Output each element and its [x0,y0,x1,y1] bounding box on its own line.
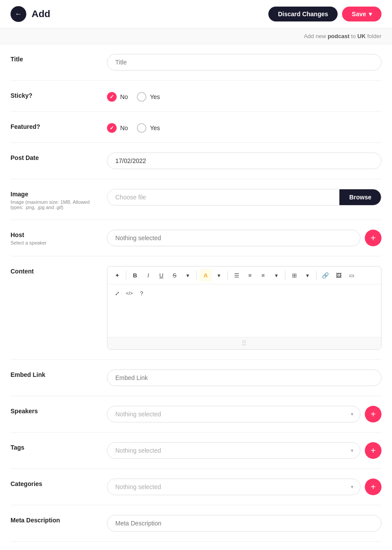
featured-label: Featured? [11,123,98,130]
speakers-label-col: Speakers [11,406,98,415]
title-label-col: Title [11,54,98,63]
save-arrow-icon: ▾ [369,11,372,18]
image-row: Image Image (maximum size: 1MB. Allowed … [11,179,381,220]
content-label-col: Content [11,266,98,275]
fullscreen-btn[interactable]: ⤢ [111,287,123,299]
strikethrough-btn[interactable]: S [168,269,181,281]
align-more-btn[interactable]: ▾ [270,269,282,281]
sticky-no-label: No [120,93,128,100]
speakers-select[interactable]: Nothing selected [107,406,360,422]
choose-file-text: Choose file [107,189,339,205]
sticky-control-col: No Yes [107,90,381,102]
categories-label-col: Categories [11,479,98,487]
toolbar-row-2: ⤢ </> ? [107,284,381,302]
header-right: Discard Changes Save ▾ [268,7,381,21]
categories-select-wrapper: Nothing selected ▾ [107,479,360,495]
speakers-control-col: Nothing selected ▾ + [107,406,381,422]
featured-no-radio[interactable]: No [107,123,128,133]
sticky-no-checked-icon [107,92,117,102]
sticky-label-col: Sticky? [11,90,98,99]
categories-select[interactable]: Nothing selected [107,479,360,495]
tags-label: Tags [11,444,98,451]
tags-select-with-add: Nothing selected ▾ + [107,442,381,459]
featured-yes-unchecked-icon [137,123,146,133]
host-input[interactable] [107,230,360,246]
embed-link-label-col: Embed Link [11,369,98,378]
image-btn[interactable]: 🖼 [332,269,345,281]
post-date-control-col [107,153,381,169]
sticky-radio-group: No Yes [107,90,381,102]
media-btn[interactable]: ▭ [346,269,358,281]
discard-changes-button[interactable]: Discard Changes [268,7,338,21]
tags-label-col: Tags [11,442,98,451]
speakers-label: Speakers [11,408,98,415]
image-label: Image [11,191,98,198]
sticky-no-radio[interactable]: No [107,92,128,102]
featured-yes-radio[interactable]: Yes [137,123,160,133]
header-left: ← Add [11,6,50,22]
title-row: Title [11,44,381,81]
file-input-wrapper: Choose file Browse [107,189,381,206]
post-date-row: Post Date [11,143,381,179]
tags-control-col: Nothing selected ▾ + [107,442,381,459]
toolbar-sep-1 [126,271,126,280]
ul-btn[interactable]: ☰ [231,269,243,281]
speakers-row: Speakers Nothing selected ▾ + [11,396,381,433]
magic-icon-btn[interactable]: ✦ [111,269,123,281]
subheader-suffix: folder [366,33,381,39]
embed-link-control-col [107,369,381,386]
tags-add-button[interactable]: + [365,442,381,459]
bold-btn[interactable]: B [129,269,141,281]
host-add-button[interactable]: + [365,230,381,246]
italic-btn[interactable]: I [142,269,154,281]
embed-link-label: Embed Link [11,371,98,378]
sticky-yes-unchecked-icon [137,92,146,102]
tags-select[interactable]: Nothing selected [107,442,360,459]
page-title: Add [32,8,50,20]
image-sublabel: Image (maximum size: 1MB. Allowed types:… [11,199,98,210]
form-body: Title Sticky? No Yes Featured [0,44,392,542]
image-label-col: Image Image (maximum size: 1MB. Allowed … [11,189,98,210]
save-button[interactable]: Save ▾ [342,7,381,21]
categories-row: Categories Nothing selected ▾ + [11,469,381,505]
featured-no-label: No [120,124,128,131]
featured-no-checked-icon [107,123,117,133]
sticky-label: Sticky? [11,92,98,99]
embed-link-input[interactable] [107,369,381,386]
title-input[interactable] [107,54,381,71]
ol-btn[interactable]: ≡ [244,269,256,281]
link-btn[interactable]: 🔗 [319,269,331,281]
categories-add-button[interactable]: + [365,479,381,495]
table-btn[interactable]: ⊞ [288,269,300,281]
featured-radio-group: No Yes [107,121,381,133]
speakers-add-button[interactable]: + [365,406,381,422]
underline-btn[interactable]: U [155,269,167,281]
editor-content-area[interactable] [107,302,381,337]
sticky-yes-radio[interactable]: Yes [137,92,160,102]
table-more-btn[interactable]: ▾ [301,269,314,281]
subheader-middle: to [349,33,357,39]
save-label: Save [352,11,366,18]
featured-row: Featured? No Yes [11,112,381,143]
content-control-col: ✦ B I U S ▾ A ▾ ☰ ≡ ≡ ▾ ⊞ [107,266,381,350]
categories-select-with-add: Nothing selected ▾ + [107,479,381,495]
back-button[interactable]: ← [11,6,26,22]
title-label: Title [11,56,98,63]
browse-button[interactable]: Browse [339,189,381,205]
toolbar-row-1: ✦ B I U S ▾ A ▾ ☰ ≡ ≡ ▾ ⊞ [107,266,381,284]
post-date-label-col: Post Date [11,153,98,161]
help-btn[interactable]: ? [135,287,148,299]
highlight-btn[interactable]: A [200,269,212,281]
sticky-yes-label: Yes [150,93,160,100]
source-btn[interactable]: </> [124,287,135,299]
highlight-more-btn[interactable]: ▾ [213,269,225,281]
post-date-input[interactable] [107,153,381,169]
content-label: Content [11,268,98,275]
meta-description-label-col: Meta Description [11,515,98,524]
align-btn[interactable]: ≡ [257,269,269,281]
meta-description-input[interactable] [107,515,381,532]
host-label: Host [11,231,98,238]
format-more-btn[interactable]: ▾ [182,269,194,281]
editor-resize-handle[interactable]: ⠿ [107,337,381,349]
meta-description-control-col [107,515,381,532]
